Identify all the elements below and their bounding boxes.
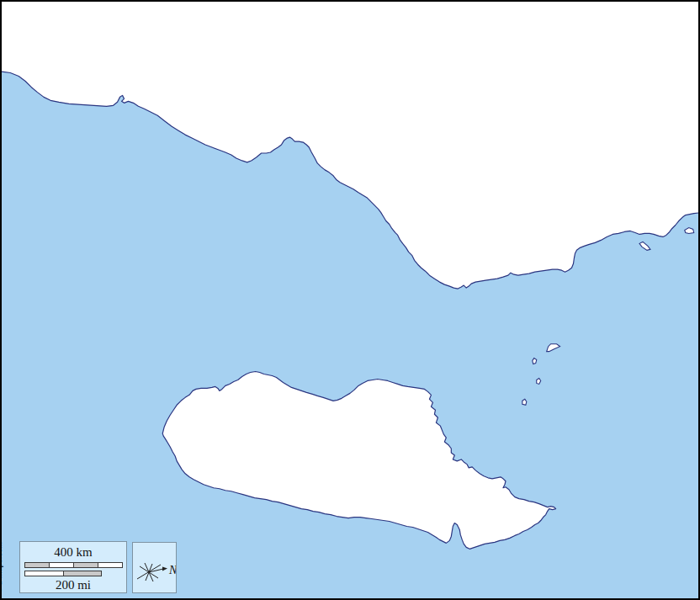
scale-segment bbox=[25, 563, 50, 567]
north-label: N bbox=[168, 564, 176, 576]
scale-bar-mi bbox=[24, 571, 102, 576]
map-canvas: 400 km 200 mi N bbox=[0, 0, 700, 600]
copyright-text: © d-maps.com bbox=[0, 542, 3, 593]
scale-mi-label: 200 mi bbox=[20, 579, 126, 592]
compass-star-icon: N bbox=[133, 543, 176, 592]
scale-segment bbox=[50, 563, 74, 567]
islet-2 bbox=[533, 358, 537, 364]
north-indicator-box: N bbox=[132, 542, 177, 593]
scale-bar-km bbox=[24, 562, 123, 568]
scale-segment bbox=[25, 571, 64, 576]
islet-4 bbox=[522, 399, 527, 405]
scale-bar-box: 400 km 200 mi bbox=[19, 541, 127, 593]
scale-segment bbox=[74, 563, 98, 567]
scale-segment bbox=[64, 571, 102, 576]
scale-segment bbox=[98, 563, 122, 567]
north-arrow-icon bbox=[162, 567, 167, 571]
scale-km-label: 400 km bbox=[20, 546, 126, 559]
outline-map bbox=[2, 2, 698, 598]
